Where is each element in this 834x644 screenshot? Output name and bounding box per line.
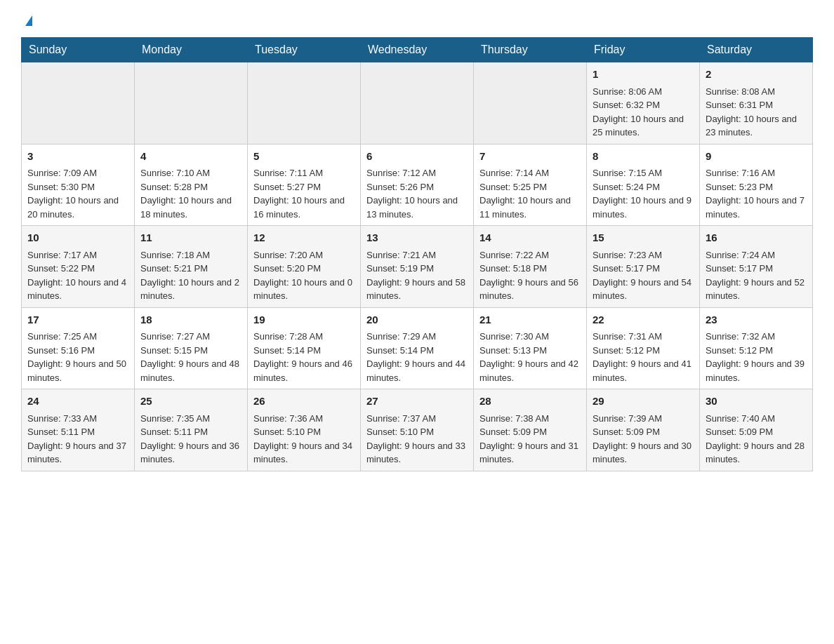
day-info: Sunset: 5:11 PM <box>140 425 241 439</box>
day-info: Daylight: 9 hours and 31 minutes. <box>479 439 581 467</box>
day-info: Sunrise: 7:22 AM <box>479 248 581 262</box>
day-info: Sunrise: 7:12 AM <box>366 166 468 180</box>
day-info: Daylight: 10 hours and 0 minutes. <box>253 276 355 303</box>
day-number: 15 <box>593 230 694 246</box>
calendar-cell: 26Sunrise: 7:36 AMSunset: 5:10 PMDayligh… <box>248 389 361 471</box>
calendar-cell: 13Sunrise: 7:21 AMSunset: 5:19 PMDayligh… <box>361 226 474 308</box>
day-info: Sunset: 5:30 PM <box>27 180 128 194</box>
calendar-cell: 23Sunrise: 7:32 AMSunset: 5:12 PMDayligh… <box>700 307 813 389</box>
calendar-cell: 4Sunrise: 7:10 AMSunset: 5:28 PMDaylight… <box>135 144 248 226</box>
calendar-week-row: 3Sunrise: 7:09 AMSunset: 5:30 PMDaylight… <box>22 144 813 226</box>
day-number: 14 <box>479 230 581 246</box>
calendar-week-row: 10Sunrise: 7:17 AMSunset: 5:22 PMDayligh… <box>22 226 813 308</box>
day-info: Sunrise: 7:38 AM <box>479 412 581 426</box>
day-info: Sunset: 5:10 PM <box>253 425 355 439</box>
day-info: Sunrise: 7:23 AM <box>593 248 694 262</box>
day-of-week-header: Wednesday <box>361 38 474 62</box>
day-info: Sunset: 5:16 PM <box>27 344 128 358</box>
day-info: Sunrise: 7:10 AM <box>140 166 241 180</box>
day-number: 10 <box>27 230 128 246</box>
calendar-cell: 14Sunrise: 7:22 AMSunset: 5:18 PMDayligh… <box>474 226 587 308</box>
day-number: 24 <box>27 394 128 410</box>
day-info: Sunrise: 7:27 AM <box>140 330 241 344</box>
calendar-cell: 7Sunrise: 7:14 AMSunset: 5:25 PMDaylight… <box>474 144 587 226</box>
day-info: Daylight: 9 hours and 30 minutes. <box>593 439 694 467</box>
day-info: Daylight: 9 hours and 50 minutes. <box>27 357 128 384</box>
day-number: 23 <box>706 312 807 328</box>
day-info: Daylight: 10 hours and 25 minutes. <box>593 112 694 140</box>
calendar-cell <box>361 62 474 145</box>
day-info: Sunrise: 7:24 AM <box>706 248 807 262</box>
calendar-cell <box>248 62 361 145</box>
calendar-cell: 10Sunrise: 7:17 AMSunset: 5:22 PMDayligh… <box>22 226 135 308</box>
day-info: Sunrise: 8:08 AM <box>706 85 807 99</box>
day-number: 29 <box>593 394 694 410</box>
calendar-cell: 11Sunrise: 7:18 AMSunset: 5:21 PMDayligh… <box>135 226 248 308</box>
day-number: 22 <box>593 312 694 328</box>
day-info: Sunset: 5:14 PM <box>253 344 355 358</box>
day-info: Sunrise: 8:06 AM <box>593 85 694 99</box>
day-info: Sunset: 5:17 PM <box>593 262 694 276</box>
day-info: Sunrise: 7:40 AM <box>706 412 807 426</box>
day-info: Sunset: 5:23 PM <box>706 180 807 194</box>
day-info: Sunrise: 7:37 AM <box>366 412 468 426</box>
day-of-week-header: Tuesday <box>248 38 361 62</box>
day-info: Sunrise: 7:39 AM <box>593 412 694 426</box>
day-number: 25 <box>140 394 241 410</box>
day-of-week-header: Monday <box>135 38 248 62</box>
day-number: 12 <box>253 230 355 246</box>
day-number: 16 <box>706 230 807 246</box>
calendar-cell: 27Sunrise: 7:37 AMSunset: 5:10 PMDayligh… <box>361 389 474 471</box>
day-info: Sunset: 5:22 PM <box>27 262 128 276</box>
day-info: Daylight: 9 hours and 34 minutes. <box>253 439 355 467</box>
day-info: Daylight: 9 hours and 28 minutes. <box>706 439 807 467</box>
day-number: 2 <box>706 67 807 83</box>
calendar-table: SundayMondayTuesdayWednesdayThursdayFrid… <box>21 37 813 471</box>
calendar-cell: 20Sunrise: 7:29 AMSunset: 5:14 PMDayligh… <box>361 307 474 389</box>
day-info: Sunrise: 7:35 AM <box>140 412 241 426</box>
day-info: Sunrise: 7:29 AM <box>366 330 468 344</box>
day-info: Daylight: 10 hours and 16 minutes. <box>253 194 355 221</box>
day-info: Daylight: 9 hours and 39 minutes. <box>706 357 807 384</box>
calendar-cell: 16Sunrise: 7:24 AMSunset: 5:17 PMDayligh… <box>700 226 813 308</box>
calendar-cell <box>474 62 587 145</box>
day-info: Sunset: 6:31 PM <box>706 98 807 112</box>
day-info: Daylight: 10 hours and 7 minutes. <box>706 194 807 221</box>
calendar-cell <box>22 62 135 145</box>
calendar-cell <box>135 62 248 145</box>
page-header <box>21 14 813 23</box>
day-of-week-header: Friday <box>587 38 700 62</box>
day-info: Daylight: 9 hours and 37 minutes. <box>27 439 128 467</box>
day-of-week-header: Thursday <box>474 38 587 62</box>
calendar-cell: 29Sunrise: 7:39 AMSunset: 5:09 PMDayligh… <box>587 389 700 471</box>
day-info: Sunset: 5:15 PM <box>140 344 241 358</box>
day-info: Daylight: 10 hours and 20 minutes. <box>27 194 128 221</box>
day-number: 17 <box>27 312 128 328</box>
day-info: Sunset: 5:12 PM <box>706 344 807 358</box>
day-number: 19 <box>253 312 355 328</box>
day-info: Sunset: 5:25 PM <box>479 180 581 194</box>
day-info: Daylight: 9 hours and 36 minutes. <box>140 439 241 467</box>
day-info: Sunset: 5:09 PM <box>479 425 581 439</box>
day-info: Sunset: 5:27 PM <box>253 180 355 194</box>
day-info: Sunset: 5:13 PM <box>479 344 581 358</box>
day-info: Sunrise: 7:33 AM <box>27 412 128 426</box>
day-info: Daylight: 10 hours and 2 minutes. <box>140 276 241 303</box>
day-info: Sunset: 5:19 PM <box>366 262 468 276</box>
day-info: Sunrise: 7:14 AM <box>479 166 581 180</box>
day-info: Sunrise: 7:25 AM <box>27 330 128 344</box>
day-info: Daylight: 9 hours and 54 minutes. <box>593 276 694 303</box>
day-info: Daylight: 9 hours and 41 minutes. <box>593 357 694 384</box>
day-info: Sunrise: 7:30 AM <box>479 330 581 344</box>
day-info: Sunset: 5:18 PM <box>479 262 581 276</box>
day-info: Daylight: 9 hours and 58 minutes. <box>366 276 468 303</box>
day-info: Sunset: 5:17 PM <box>706 262 807 276</box>
calendar-cell: 15Sunrise: 7:23 AMSunset: 5:17 PMDayligh… <box>587 226 700 308</box>
calendar-cell: 24Sunrise: 7:33 AMSunset: 5:11 PMDayligh… <box>22 389 135 471</box>
day-info: Sunset: 6:32 PM <box>593 98 694 112</box>
day-info: Daylight: 10 hours and 11 minutes. <box>479 194 581 221</box>
day-info: Daylight: 9 hours and 42 minutes. <box>479 357 581 384</box>
day-info: Sunrise: 7:16 AM <box>706 166 807 180</box>
calendar-cell: 30Sunrise: 7:40 AMSunset: 5:09 PMDayligh… <box>700 389 813 471</box>
day-info: Sunrise: 7:28 AM <box>253 330 355 344</box>
